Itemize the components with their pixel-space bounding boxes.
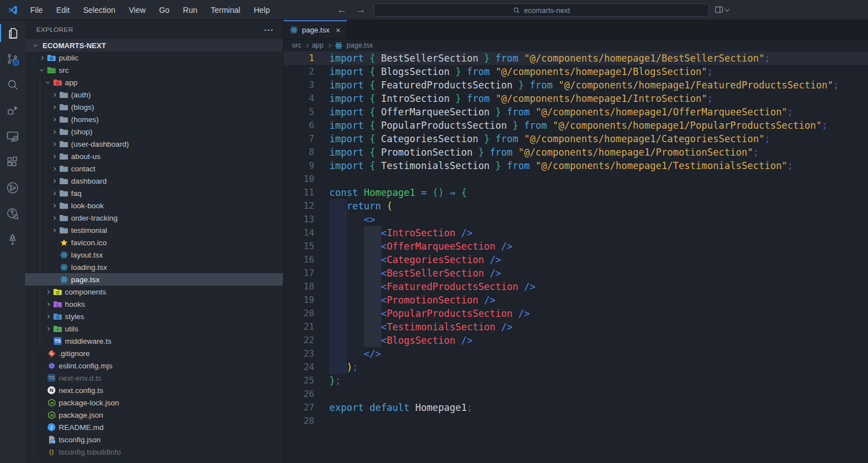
code-line[interactable]: 1import { BestSellerSection } from "@/co… (284, 52, 868, 65)
tree-item-favicon-ico[interactable]: favicon.ico (25, 236, 283, 249)
tab-page-tsx[interactable]: page.tsx × (284, 20, 347, 39)
tree-item-order-tracking[interactable]: order-tracking (25, 212, 283, 224)
code-line[interactable]: 14 <IntroSection /> (284, 226, 868, 240)
code-line[interactable]: 17 <BestSellerSection /> (284, 266, 868, 280)
more-actions-icon[interactable]: ··· (264, 25, 274, 35)
tree-item-look-book[interactable]: look-book (25, 199, 283, 212)
code-line[interactable]: 10 (284, 172, 868, 186)
code-line[interactable]: 4import { IntroSection } from "@/compone… (284, 92, 868, 105)
customize-layout-button[interactable] (714, 5, 729, 15)
code-line[interactable]: 24 ); (284, 361, 868, 374)
code-line[interactable]: 15 <OfferMarqueeSection /> (284, 240, 868, 253)
todo-tree-icon[interactable] (0, 226, 25, 252)
code-line[interactable]: 25}; (284, 374, 868, 387)
menu-edit[interactable]: Edit (50, 0, 77, 20)
tree-item--shop-[interactable]: (shop) (25, 125, 283, 138)
code-line[interactable]: 9import { TestimonialsSection } from "@/… (284, 159, 868, 172)
tree-item--gitignore[interactable]: .gitignore (25, 347, 283, 359)
gitlens-icon[interactable] (0, 200, 25, 226)
tree-item-styles[interactable]: styles (25, 310, 283, 322)
tree-item-hooks[interactable]: hooks (25, 298, 283, 310)
tree-item--user-dashboard-[interactable]: (user-dashboard) (25, 138, 283, 150)
tree-item-public[interactable]: public (25, 52, 283, 64)
tree-item-faq[interactable]: faq (25, 187, 283, 199)
tree-item-eslint-config-mjs[interactable]: eslint.config.mjs (25, 359, 283, 372)
tree-root-ecomarts-next[interactable]: ECOMARTS-NEXT (25, 39, 283, 52)
tree-item-tsconfig-json[interactable]: TStsconfig.json (25, 433, 283, 446)
tree-item-about-us[interactable]: about-us (25, 150, 283, 162)
remote-explorer-icon[interactable] (0, 123, 25, 149)
tree-item-next-env-d-ts[interactable]: TSnext-env.d.ts (25, 372, 283, 384)
tree-item-page-tsx[interactable]: page.tsx (25, 273, 283, 286)
tsconfig-icon: TS (46, 436, 57, 444)
tree-item-utils[interactable]: utils (25, 322, 283, 335)
tree-item-middleware-ts[interactable]: TSmiddleware.ts (25, 335, 283, 347)
line-number: 24 (284, 361, 314, 374)
code-line[interactable]: 23 </> (284, 347, 868, 361)
tree-item-next-config-ts[interactable]: Nnext.config.ts (25, 384, 283, 396)
tree-item-contact[interactable]: contact (25, 162, 283, 175)
code-line[interactable]: 11const Homepage1 = () ⇒ { (284, 186, 868, 199)
menu-help[interactable]: Help (247, 0, 277, 20)
tree-item-testimonial[interactable]: testimonial (25, 224, 283, 236)
extensions-icon[interactable] (0, 149, 25, 175)
code-line[interactable]: 26 (284, 387, 868, 401)
tree-item--auth-[interactable]: (auth) (25, 88, 283, 101)
run-and-debug-icon[interactable] (0, 97, 25, 123)
file-tree: public</>srcapp(auth)(blogs)(homes)(shop… (25, 52, 283, 458)
code-line[interactable]: 28 (284, 414, 868, 428)
breadcrumb-item-app[interactable]: app (312, 41, 324, 49)
line-content: import { BestSellerSection } from "@/com… (314, 52, 770, 65)
breadcrumb-item-src[interactable]: src (292, 41, 301, 49)
back-arrow-icon[interactable]: ← (337, 4, 347, 16)
tree-item-loading-tsx[interactable]: loading.tsx (25, 261, 283, 273)
code-line[interactable]: 16 <CategoriesSection /> (284, 253, 868, 266)
tree-item--blogs-[interactable]: (blogs) (25, 101, 283, 113)
tree-item--homes-[interactable]: (homes) (25, 113, 283, 125)
code-line[interactable]: 22 <BlogsSection /> (284, 334, 868, 347)
code-line[interactable]: 27export default Homepage1; (284, 401, 868, 414)
tree-item-dashboard[interactable]: dashboard (25, 175, 283, 187)
menu-view[interactable]: View (122, 0, 152, 20)
code-line[interactable]: 18 <FeaturedProductsSection /> (284, 280, 868, 293)
tree-item-layout-tsx[interactable]: layout.tsx (25, 249, 283, 261)
line-content: }; (314, 374, 341, 387)
code-line[interactable]: 20 <PopularProductsSection /> (284, 307, 868, 320)
tree-item-components[interactable]: components (25, 286, 283, 298)
code-line[interactable]: 21 <TestimonialsSection /> (284, 320, 868, 334)
tree-item-src[interactable]: </>src (25, 64, 283, 76)
breadcrumb-item-page-tsx[interactable]: page.tsx (347, 41, 373, 49)
code-line[interactable]: 2import { BlogsSection } from "@/compone… (284, 65, 868, 78)
source-control-graph-icon[interactable] (0, 175, 25, 200)
code-line[interactable]: 19 <PromotionSection /> (284, 293, 868, 307)
code-line[interactable]: 13 <> (284, 213, 868, 226)
forward-arrow-icon[interactable]: → (356, 4, 366, 16)
code-line[interactable]: 6import { PopularProductsSection } from … (284, 119, 868, 132)
explorer-icon[interactable] (0, 20, 25, 46)
tree-item-package-json[interactable]: JSpackage.json (25, 409, 283, 421)
menu-selection[interactable]: Selection (77, 0, 122, 20)
source-control-icon[interactable] (0, 46, 25, 72)
tree-item-app[interactable]: app (25, 76, 283, 88)
code-line[interactable]: 8import { PromotionSection } from "@/com… (284, 146, 868, 159)
code-editor[interactable]: 1import { BestSellerSection } from "@/co… (284, 52, 868, 463)
tree-item-package-lock-json[interactable]: JSpackage-lock.json (25, 396, 283, 409)
tree-item-readme-md[interactable]: iREADME.md (25, 421, 283, 433)
explorer-title: EXPLORER (36, 26, 73, 33)
close-icon[interactable]: × (336, 25, 341, 35)
menu-go[interactable]: Go (152, 0, 176, 20)
code-line[interactable]: 7import { CategoriesSection } from "@/co… (284, 132, 868, 146)
vscode-logo-icon (7, 4, 18, 15)
tree-item-tsconfig-tsbuildinfo[interactable]: {}tsconfig.tsbuildinfo (25, 446, 283, 458)
code-line[interactable]: 12 return ( (284, 199, 868, 213)
search-icon[interactable] (0, 72, 25, 97)
code-line[interactable]: 3import { FeaturedProductsSection } from… (284, 78, 868, 92)
menu-run[interactable]: Run (176, 0, 204, 20)
item-label: testimonial (71, 226, 107, 235)
code-line[interactable]: 5import { OfferMarqueeSection } from "@/… (284, 105, 868, 119)
menu-file[interactable]: File (23, 0, 50, 20)
line-number: 7 (284, 132, 314, 146)
menu-terminal[interactable]: Terminal (204, 0, 247, 20)
editor-group: page.tsx × srcapppage.tsx 1import { Best… (284, 20, 868, 463)
command-center-search[interactable]: ecomarts-next (374, 3, 709, 17)
